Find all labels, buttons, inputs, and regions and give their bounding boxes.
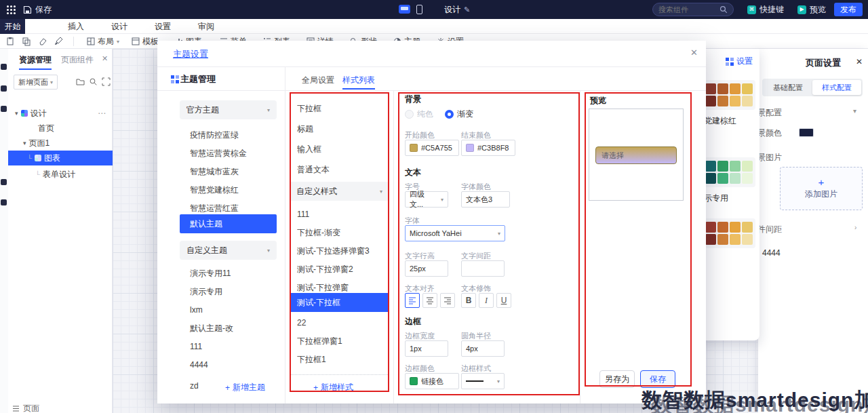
- preview-button[interactable]: ▶ 预览: [797, 0, 826, 19]
- theme-item[interactable]: zd: [180, 377, 220, 395]
- modal-close-icon[interactable]: ✕: [690, 47, 698, 58]
- underline-button[interactable]: U: [496, 293, 511, 308]
- chevron-right-icon[interactable]: ›: [854, 224, 856, 231]
- align-left-button[interactable]: [405, 293, 420, 308]
- start-color-field[interactable]: #C5A755: [405, 140, 459, 156]
- theme-item[interactable]: 默认主题-改: [180, 319, 277, 338]
- font-family-select[interactable]: Microsoft YaHei▾: [405, 225, 505, 241]
- end-color-field[interactable]: #C3B8F8: [461, 140, 515, 156]
- border-style-select[interactable]: ▾: [461, 373, 505, 389]
- tab-page-components[interactable]: 页面组件: [61, 54, 94, 66]
- border-width-field[interactable]: 1px: [405, 340, 448, 357]
- style-item[interactable]: 下拉框-渐变: [297, 224, 388, 241]
- radio-solid-color[interactable]: 纯色: [405, 109, 433, 120]
- style-item[interactable]: 下拉框: [297, 100, 388, 117]
- expand-icon[interactable]: [102, 77, 111, 88]
- add-image-button[interactable]: + 添加图片: [780, 167, 863, 210]
- dock-icon[interactable]: [1, 199, 7, 205]
- search-icon[interactable]: [89, 77, 98, 88]
- more-icon[interactable]: ⋯: [98, 109, 106, 118]
- style-item[interactable]: 下拉框弹窗1: [297, 333, 388, 349]
- tab-resource-manager[interactable]: 资源管理: [19, 54, 52, 70]
- menu-settings[interactable]: 设置: [155, 19, 171, 34]
- style-item[interactable]: 标题: [297, 121, 388, 137]
- style-item[interactable]: 22: [297, 315, 388, 331]
- custom-theme-group[interactable]: 自定义主题▾: [180, 241, 277, 260]
- theme-item[interactable]: 智慧运营黄棕金: [180, 144, 277, 163]
- font-color-field[interactable]: 文本色3: [461, 191, 510, 208]
- theme-item[interactable]: 智慧党建棕红: [180, 181, 277, 199]
- theme-item-selected[interactable]: 默认主题: [180, 214, 277, 233]
- add-theme-button[interactable]: +新增主题: [225, 382, 265, 393]
- style-item[interactable]: 普通文本: [297, 161, 388, 178]
- tab-style-list[interactable]: 样式列表: [342, 71, 375, 90]
- component-search[interactable]: [652, 3, 734, 16]
- theme-item[interactable]: 111: [180, 338, 277, 356]
- tab-global-settings[interactable]: 全局设置: [302, 71, 334, 90]
- panel-settings-button[interactable]: 设置: [726, 56, 753, 67]
- layout-tool[interactable]: 布局▾: [87, 34, 119, 49]
- menu-start[interactable]: 开始: [0, 19, 25, 34]
- copy-icon[interactable]: [22, 37, 33, 47]
- tree-node-page1[interactable]: ▾ 页面1: [8, 136, 113, 151]
- letter-spacing-field[interactable]: [461, 260, 505, 277]
- tree-node-chart[interactable]: └ 图表: [8, 151, 113, 165]
- publish-button[interactable]: 发布: [834, 3, 863, 16]
- tab-style-config[interactable]: 样式配置: [812, 80, 861, 95]
- search-input[interactable]: [658, 5, 717, 14]
- theme-item[interactable]: 4444: [180, 356, 277, 374]
- edit-icon[interactable]: ✎: [464, 5, 470, 14]
- apps-grid-icon[interactable]: [7, 5, 9, 7]
- align-center-button[interactable]: [422, 293, 437, 308]
- tab-basic-config[interactable]: 基础配置: [764, 80, 812, 95]
- font-size-select[interactable]: 四级文...▾: [405, 191, 448, 208]
- italic-button[interactable]: I: [479, 293, 494, 308]
- sidebar-footer[interactable]: 页面: [12, 403, 39, 413]
- theme-item[interactable]: 智慧城市蓝灰: [180, 163, 277, 181]
- menu-insert[interactable]: 插入: [68, 19, 84, 34]
- eraser-icon[interactable]: [38, 37, 49, 47]
- close-icon[interactable]: ✕: [856, 57, 863, 66]
- line-height-field[interactable]: 25px: [405, 260, 448, 277]
- style-item-selected[interactable]: 测试-下拉框: [290, 293, 389, 312]
- bold-button[interactable]: B: [461, 293, 476, 308]
- folder-icon[interactable]: [76, 77, 85, 88]
- shortcuts-button[interactable]: ⌘ 快捷键: [747, 0, 784, 19]
- official-theme-group[interactable]: 官方主题▾: [180, 100, 277, 119]
- chevron-down-icon[interactable]: ▾: [853, 107, 856, 115]
- save-as-button[interactable]: 另存为: [599, 370, 635, 388]
- save-button[interactable]: 保存: [23, 0, 52, 19]
- border-color-field[interactable]: 链接色: [405, 373, 459, 389]
- theme-item[interactable]: lxm: [180, 301, 277, 319]
- tree-node-home[interactable]: 首页: [8, 121, 113, 136]
- sidebar-close-icon[interactable]: ✕: [102, 54, 108, 63]
- dock-icon[interactable]: [1, 85, 7, 92]
- radio-gradient[interactable]: 渐变: [445, 109, 473, 120]
- new-page-button[interactable]: 新增页面▾: [14, 75, 58, 90]
- dock-icon[interactable]: [1, 64, 7, 70]
- theme-palette-card[interactable]: [703, 218, 755, 248]
- theme-item[interactable]: 演示专用11: [180, 264, 277, 283]
- tree-node-form[interactable]: └ 表单设计: [8, 167, 113, 182]
- style-item[interactable]: 测试-下拉选择弹窗3: [297, 243, 388, 259]
- style-item[interactable]: 测试-下拉弹窗2: [297, 261, 388, 277]
- style-item[interactable]: 输入框: [297, 141, 388, 157]
- theme-item[interactable]: 疫情防控蓝绿: [180, 126, 277, 144]
- mobile-view-icon[interactable]: [416, 5, 422, 14]
- modal-save-button[interactable]: 保存: [640, 370, 675, 388]
- style-item[interactable]: 下拉框1: [297, 351, 388, 368]
- dock-icon[interactable]: [1, 179, 7, 185]
- menu-review[interactable]: 审阅: [198, 19, 214, 34]
- custom-style-group[interactable]: 自定义样式▾: [290, 182, 389, 201]
- theme-palette-card[interactable]: [703, 157, 755, 187]
- paste-icon[interactable]: [5, 37, 16, 47]
- align-right-button[interactable]: [440, 293, 455, 308]
- bg-color-swatch[interactable]: [799, 128, 814, 137]
- tree-node-design[interactable]: ▾ 设计 ⋯: [8, 106, 113, 121]
- style-item[interactable]: 111: [297, 206, 388, 222]
- theme-item[interactable]: 演示专用: [180, 283, 277, 301]
- add-style-button[interactable]: +新增样式: [313, 382, 353, 393]
- border-radius-field[interactable]: 4px: [461, 340, 505, 357]
- menu-design[interactable]: 设计: [111, 19, 127, 34]
- brush-icon[interactable]: [54, 37, 65, 47]
